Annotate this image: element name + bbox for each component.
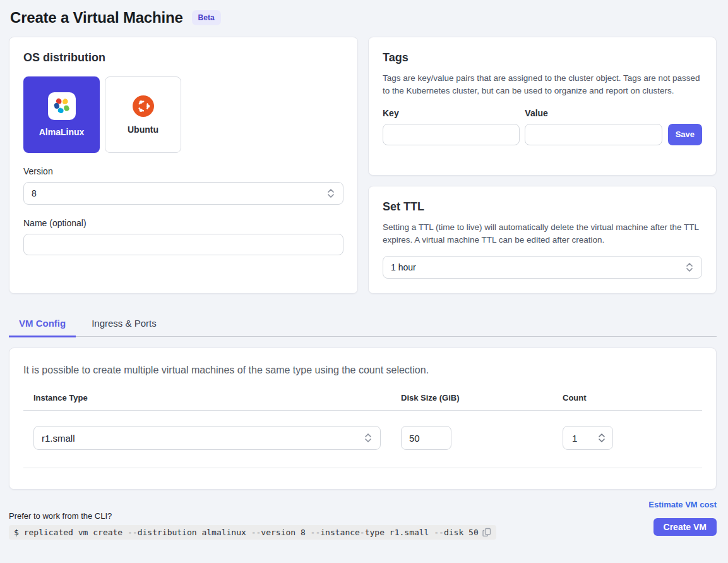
tags-card-description: Tags are key/value pairs that are assign… <box>383 72 702 98</box>
ttl-select[interactable]: 1 hour <box>383 256 702 279</box>
instance-type-cell: r1.small <box>23 426 381 450</box>
config-tabs: VM Config Ingress & Ports <box>9 311 717 337</box>
cli-command-box: $ replicated vm create --distribution al… <box>9 525 496 540</box>
tab-ingress-ports[interactable]: Ingress & Ports <box>81 311 167 337</box>
vm-table-header: Instance Type Disk Size (GiB) Count <box>23 393 702 411</box>
os-card-title: OS distribution <box>23 51 343 64</box>
save-tag-button[interactable]: Save <box>668 124 702 145</box>
cli-block: Prefer to work from the CLI? $ replicate… <box>9 511 496 540</box>
vm-name-input[interactable] <box>23 234 343 255</box>
chevron-updown-icon <box>326 188 335 199</box>
copy-icon[interactable] <box>482 528 491 537</box>
instance-type-value: r1.small <box>42 433 364 444</box>
instance-type-select[interactable]: r1.small <box>33 426 381 450</box>
tab-vm-config[interactable]: VM Config <box>9 311 76 337</box>
ttl-card-title: Set TTL <box>383 200 702 214</box>
version-label: Version <box>23 166 343 176</box>
ttl-select-value: 1 hour <box>391 262 685 272</box>
tag-key-field: Key <box>383 108 520 145</box>
tag-key-input[interactable] <box>383 124 520 145</box>
os-tile-almalinux[interactable]: AlmaLinux <box>23 76 100 153</box>
set-ttl-card: Set TTL Setting a TTL (time to live) wil… <box>368 186 717 294</box>
vm-name-label: Name (optional) <box>23 218 343 228</box>
vm-config-note: It is possible to create multiple virtua… <box>23 365 702 376</box>
create-vm-button[interactable]: Create VM <box>653 518 717 536</box>
page-footer: Prefer to work from the CLI? $ replicate… <box>9 499 717 540</box>
top-cards-row: OS distribution <box>9 37 717 294</box>
os-tile-ubuntu[interactable]: Ubuntu <box>105 76 181 153</box>
disk-size-cell <box>401 426 542 450</box>
page-header: Create a Virtual Machine Beta <box>0 0 728 27</box>
count-value: 1 <box>572 433 597 444</box>
estimate-vm-cost-link[interactable]: Estimate VM cost <box>648 500 717 509</box>
disk-size-input[interactable] <box>401 426 451 450</box>
chevron-updown-icon <box>685 262 694 273</box>
almalinux-icon <box>48 92 76 120</box>
column-header-disk-size: Disk Size (GiB) <box>401 393 542 403</box>
tag-value-label: Value <box>525 108 662 118</box>
column-header-instance-type: Instance Type <box>23 393 381 403</box>
os-distribution-card: OS distribution <box>9 37 358 294</box>
version-select-value: 8 <box>32 188 326 198</box>
page-title: Create a Virtual Machine <box>10 9 183 27</box>
cli-command-text: $ replicated vm create --distribution al… <box>14 528 479 537</box>
chevron-updown-icon <box>364 432 373 444</box>
os-tile-ubuntu-label: Ubuntu <box>128 124 158 135</box>
vm-table-row: r1.small 1 <box>23 411 702 468</box>
vm-table: Instance Type Disk Size (GiB) Count r1.s… <box>23 393 702 468</box>
right-cards-column: Tags Tags are key/value pairs that are a… <box>368 37 717 294</box>
ubuntu-icon <box>132 95 155 118</box>
vm-config-card: It is possible to create multiple virtua… <box>9 348 717 490</box>
tags-card-title: Tags <box>383 51 702 64</box>
tag-value-input[interactable] <box>525 124 662 145</box>
footer-actions: Estimate VM cost Create VM <box>648 499 717 540</box>
tag-key-label: Key <box>383 108 520 118</box>
count-cell: 1 <box>563 426 702 450</box>
cli-prompt-text: Prefer to work from the CLI? <box>9 511 496 521</box>
tags-card: Tags Tags are key/value pairs that are a… <box>368 37 717 176</box>
ttl-card-description: Setting a TTL (time to live) will automa… <box>383 221 702 247</box>
count-stepper[interactable]: 1 <box>563 426 613 450</box>
os-tile-almalinux-label: AlmaLinux <box>39 127 85 137</box>
beta-badge: Beta <box>192 10 221 25</box>
tags-fields: Key Value Save <box>383 108 702 145</box>
column-header-count: Count <box>563 393 702 403</box>
version-select[interactable]: 8 <box>23 182 343 205</box>
tag-value-field: Value <box>525 108 662 145</box>
os-tiles: AlmaLinux <box>23 76 343 153</box>
stepper-updown-icon <box>597 432 606 444</box>
create-vm-page: Create a Virtual Machine Beta OS distrib… <box>0 0 728 563</box>
